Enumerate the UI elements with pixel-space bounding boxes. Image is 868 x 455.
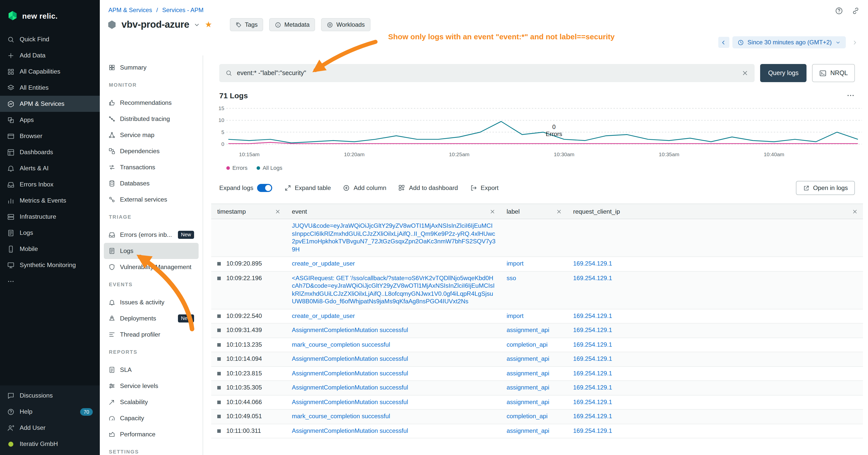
event-link[interactable]: create_or_update_user: [292, 312, 355, 319]
row-expand-icon[interactable]: [217, 262, 221, 265]
sidebar-item-synthetic-monitoring[interactable]: Synthetic Monitoring: [0, 257, 100, 273]
subnav-item-errors-errors-inb[interactable]: Errors (errors inb...New: [104, 227, 198, 243]
sidebar-item-apps[interactable]: Apps: [0, 112, 100, 128]
legend-all-logs[interactable]: All Logs: [256, 165, 282, 171]
subnav-item-deployments[interactable]: DeploymentsNew: [104, 311, 198, 326]
add-to-dashboard-button[interactable]: Add to dashboard: [399, 185, 458, 192]
label-link[interactable]: import: [506, 312, 524, 319]
log-row[interactable]: 10:09:31.439AssignmentCompletionMutation…: [211, 324, 863, 338]
log-row[interactable]: 10:09:20.895create_or_update_userimport1…: [211, 257, 863, 271]
ip-link[interactable]: 169.254.129.1: [573, 355, 612, 362]
sidebar-item-logs[interactable]: Logs: [0, 225, 100, 241]
row-expand-icon[interactable]: [217, 343, 221, 347]
ip-link[interactable]: 169.254.129.1: [573, 341, 612, 348]
event-link[interactable]: JUQVU&code=eyJraWQiOiJjcGltY29yZV8wOTI1M…: [292, 222, 496, 253]
chip-metadata[interactable]: Metadata: [269, 18, 315, 31]
label-link[interactable]: assignment_api: [506, 355, 549, 362]
ip-link[interactable]: 169.254.129.1: [573, 260, 612, 267]
event-link[interactable]: AssignmentCompletionMutation successful: [292, 326, 408, 333]
subnav-item-logs[interactable]: Logs: [104, 243, 198, 259]
sidebar-item-more[interactable]: [0, 273, 100, 289]
subnav-item-scalability[interactable]: Scalability: [104, 394, 198, 410]
permalink-icon[interactable]: [851, 6, 860, 15]
event-link[interactable]: AssignmentCompletionMutation successful: [292, 384, 408, 391]
subnav-item-transactions[interactable]: Transactions: [104, 159, 198, 175]
add-column-button[interactable]: Add column: [343, 185, 386, 192]
ip-link[interactable]: 169.254.129.1: [573, 312, 612, 319]
label-link[interactable]: assignment_api: [506, 398, 549, 405]
entity-caret-down-icon[interactable]: [194, 22, 200, 28]
event-link[interactable]: AssignmentCompletionMutation successful: [292, 355, 408, 362]
label-link[interactable]: completion_api: [506, 341, 548, 348]
ip-link[interactable]: 169.254.129.1: [573, 384, 612, 391]
time-forward-button[interactable]: [849, 37, 860, 48]
chip-workloads[interactable]: Workloads: [321, 18, 370, 31]
row-expand-icon[interactable]: [217, 314, 221, 318]
sidebar-item-add-data[interactable]: Add Data: [0, 47, 100, 64]
subnav-item-distributed-tracing[interactable]: Distributed tracing: [104, 111, 198, 127]
ip-link[interactable]: 169.254.129.1: [573, 274, 612, 282]
log-row[interactable]: 10:10:14.094AssignmentCompletionMutation…: [211, 352, 863, 366]
row-expand-icon[interactable]: [217, 371, 221, 375]
label-link[interactable]: sso: [506, 274, 516, 282]
time-back-button[interactable]: [718, 37, 730, 48]
event-link[interactable]: mark_course_completion successful: [292, 413, 390, 420]
event-link[interactable]: AssignmentCompletionMutation successful: [292, 398, 408, 405]
log-row[interactable]: JUQVU&code=eyJraWQiOiJjcGltY29yZV8wOTI1M…: [211, 219, 863, 257]
label-link[interactable]: completion_api: [506, 413, 548, 420]
open-in-logs-button[interactable]: Open in logs: [796, 181, 855, 195]
sidebar-item-mobile[interactable]: Mobile: [0, 241, 100, 257]
ip-link[interactable]: 169.254.129.1: [573, 326, 612, 333]
subnav-item-thread-profiler[interactable]: Thread profiler: [104, 326, 198, 343]
subnav-item-performance[interactable]: Performance: [104, 426, 198, 443]
event-link[interactable]: mark_course_completion successful: [292, 341, 390, 348]
event-link[interactable]: <ASGIRequest: GET '/sso/callback/?state=…: [292, 274, 495, 305]
subnav-item-recommendations[interactable]: Recommendations: [104, 95, 198, 111]
sidebar-item-discussions[interactable]: Discussions: [0, 388, 100, 403]
query-logs-button[interactable]: Query logs: [760, 64, 807, 82]
expand-table-button[interactable]: Expand table: [284, 185, 331, 192]
subnav-item-capacity[interactable]: Capacity: [104, 410, 198, 426]
row-expand-icon[interactable]: [217, 357, 221, 361]
new-relic-logo[interactable]: new relic.: [0, 0, 100, 23]
log-row[interactable]: 10:10:44.066AssignmentCompletionMutation…: [211, 395, 863, 410]
ip-link[interactable]: 169.254.129.1: [573, 398, 612, 405]
breadcrumb-services-apm[interactable]: Services - APM: [162, 6, 204, 13]
label-link[interactable]: assignment_api: [506, 326, 549, 333]
log-row[interactable]: 10:10:13.235mark_course_completion succe…: [211, 338, 863, 352]
log-row[interactable]: 10:10:35.305AssignmentCompletionMutation…: [211, 381, 863, 395]
label-link[interactable]: assignment_api: [506, 384, 549, 391]
subnav-item-sla[interactable]: SLA: [104, 362, 198, 378]
label-link[interactable]: import: [506, 260, 524, 267]
remove-column-event-icon[interactable]: [490, 208, 496, 215]
log-row[interactable]: 10:10:23.815AssignmentCompletionMutation…: [211, 366, 863, 381]
sidebar-item-quick-find[interactable]: Quick Find: [0, 31, 100, 47]
subnav-item-service-levels[interactable]: Service levels: [104, 378, 198, 394]
row-expand-icon[interactable]: [217, 277, 221, 280]
label-link[interactable]: assignment_api: [506, 427, 549, 434]
expand-logs-toggle[interactable]: Expand logs: [219, 184, 272, 192]
log-row[interactable]: 10:09:22.196<ASGIRequest: GET '/sso/call…: [211, 271, 863, 309]
subnav-item-vulnerability-management[interactable]: Vulnerability Management: [104, 259, 198, 275]
ip-link[interactable]: 169.254.129.1: [573, 369, 612, 377]
sidebar-item-iterativ-gmbh[interactable]: Iterativ GmbH: [0, 436, 100, 452]
row-expand-icon[interactable]: [217, 328, 221, 332]
more-options-icon[interactable]: [846, 91, 855, 100]
row-expand-icon[interactable]: [217, 415, 221, 418]
remove-column-request-client-ip-icon[interactable]: [852, 208, 858, 215]
subnav-item-summary[interactable]: Summary: [104, 60, 198, 75]
sidebar-item-errors-inbox[interactable]: Errors Inbox: [0, 176, 100, 193]
row-expand-icon[interactable]: [217, 429, 221, 432]
event-link[interactable]: AssignmentCompletionMutation successful: [292, 427, 408, 434]
sidebar-item-all-entities[interactable]: All Entities: [0, 79, 100, 96]
sidebar-item-metrics-events[interactable]: Metrics & Events: [0, 193, 100, 208]
ip-link[interactable]: 169.254.129.1: [573, 413, 612, 420]
sidebar-item-dashboards[interactable]: Dashboards: [0, 144, 100, 160]
favorite-star-icon[interactable]: ★: [205, 21, 212, 29]
remove-column-label-icon[interactable]: [556, 208, 562, 215]
sidebar-item-all-capabilities[interactable]: All Capabilities: [0, 64, 100, 79]
subnav-item-issues-activity[interactable]: Issues & activity: [104, 294, 198, 311]
remove-column-timestamp-icon[interactable]: [275, 208, 281, 215]
log-row[interactable]: 10:10:49.051mark_course_completion succe…: [211, 410, 863, 424]
sidebar-item-infrastructure[interactable]: Infrastructure: [0, 208, 100, 225]
